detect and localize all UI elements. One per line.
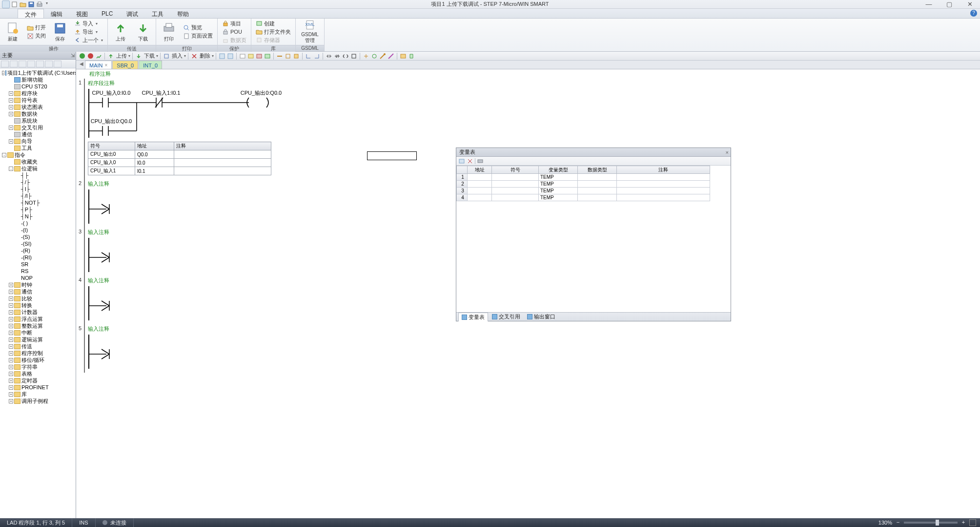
tb-btn-15[interactable] xyxy=(387,52,395,60)
tb-btn-10[interactable] xyxy=(305,52,312,60)
tree-tb-7[interactable] xyxy=(54,61,61,67)
run-icon[interactable] xyxy=(78,52,86,60)
tree-item[interactable]: -(RI) xyxy=(0,254,76,261)
tree-item[interactable]: +表格 xyxy=(0,370,76,377)
ribbon-new-button[interactable]: 新建 xyxy=(3,20,22,44)
qat-dropdown-icon[interactable]: ▾ xyxy=(44,1,49,8)
tb-box-icon[interactable] xyxy=(350,52,358,60)
ribbon-gsdml-button[interactable]: XML GSDML 管理 xyxy=(299,20,321,44)
ribbon-preview-button[interactable]: 预览 xyxy=(182,24,214,32)
tree-item[interactable]: -(S) xyxy=(0,233,76,240)
menu-工具[interactable]: 工具 xyxy=(145,9,170,18)
ribbon-import-button[interactable]: 导入▾ xyxy=(73,20,104,27)
tree-item[interactable]: +PROFINET xyxy=(0,384,76,391)
close-icon[interactable]: × xyxy=(726,149,729,155)
tree-item[interactable]: +调用子例程 xyxy=(0,398,76,404)
tb-btn-14[interactable] xyxy=(379,52,387,60)
qat-print-icon[interactable] xyxy=(36,1,43,8)
tree-item[interactable]: +符号表 xyxy=(0,97,76,104)
tree-item[interactable]: +计数器 xyxy=(0,309,76,316)
tree-tb-6[interactable] xyxy=(45,61,53,67)
tb-btn-2[interactable] xyxy=(226,52,234,60)
ribbon-create-button[interactable]: 创建 xyxy=(254,20,292,27)
project-tree[interactable]: -项目1上传下载调试 (C:\Users\ 新增功能CPU ST20+程序块+符… xyxy=(0,68,76,518)
tb-btn-4[interactable] xyxy=(247,52,255,60)
tree-item[interactable]: +通信 xyxy=(0,288,76,295)
qat-open-icon[interactable] xyxy=(20,1,26,8)
menu-PLC[interactable]: PLC xyxy=(95,9,120,18)
tree-tb-2[interactable] xyxy=(10,61,18,67)
tree-tb-3[interactable] xyxy=(19,61,26,67)
tree-item[interactable]: 系统块 xyxy=(0,117,76,124)
close-button[interactable]: ✕ xyxy=(960,0,980,9)
tree-item[interactable]: +状态图表 xyxy=(0,104,76,110)
tree-item[interactable]: 工具 xyxy=(0,145,76,151)
tab-MAIN[interactable]: MAIN× xyxy=(85,61,112,69)
tree-item[interactable]: -(SI) xyxy=(0,240,76,247)
tree-item[interactable]: +浮点运算 xyxy=(0,316,76,322)
ribbon-upload-button[interactable]: 上传 xyxy=(111,20,130,44)
tree-item[interactable]: -( ) xyxy=(0,220,76,227)
tb-btn-9[interactable] xyxy=(292,52,300,60)
tb-btn-7[interactable] xyxy=(276,52,284,60)
ribbon-prev-button[interactable]: 上一个▾ xyxy=(73,36,104,44)
network-comment[interactable]: 输入注释 xyxy=(88,325,977,333)
tree-item[interactable]: ┤I├ xyxy=(0,186,76,192)
help-icon[interactable]: ? xyxy=(970,10,977,17)
tree-item[interactable]: +时钟 xyxy=(0,281,76,288)
tb-btn-6[interactable] xyxy=(264,52,271,60)
ribbon-export-button[interactable]: 导出▾ xyxy=(73,28,104,36)
tree-item[interactable]: +字符串 xyxy=(0,363,76,370)
tree-item[interactable]: -指令 xyxy=(0,151,76,158)
vp-tb-3[interactable] xyxy=(477,158,484,165)
tree-item[interactable]: +交叉引用 xyxy=(0,124,76,131)
tb-btn-12[interactable] xyxy=(362,52,370,60)
varpanel-tab-1[interactable]: 交叉引用 xyxy=(489,313,523,321)
ladder-rung-empty[interactable] xyxy=(88,190,127,224)
tree-item[interactable]: +整数运算 xyxy=(0,322,76,329)
tree-item[interactable]: +程序控制 xyxy=(0,350,76,357)
ladder-rung-empty[interactable] xyxy=(88,238,127,272)
tb-btn-3[interactable] xyxy=(239,52,246,60)
minimize-button[interactable]: — xyxy=(919,0,939,9)
tree-item[interactable]: ┤N├ xyxy=(0,213,76,220)
qat-new-icon[interactable] xyxy=(11,1,18,8)
tree-item[interactable]: NOP xyxy=(0,274,76,281)
tree-item[interactable]: ┤/I├ xyxy=(0,192,76,199)
ladder-rung[interactable]: CPU_输入0:I0.0 CPU_输出0:Q0.0 CPU_输入1:I0.1 C… xyxy=(88,89,381,138)
tab-SBR_0[interactable]: SBR_0 xyxy=(112,61,138,69)
tb-coil-icon[interactable] xyxy=(342,52,349,60)
tree-item[interactable]: -(R) xyxy=(0,247,76,254)
network-comment[interactable]: 程序段注释 xyxy=(88,80,977,87)
tree-item[interactable]: +逻辑运算 xyxy=(0,336,76,343)
tab-prev-icon[interactable]: ◀ xyxy=(78,61,85,69)
ribbon-datapage-button[interactable]: 数据页 xyxy=(221,36,248,44)
tree-item[interactable]: CPU ST20 xyxy=(0,83,76,90)
zoom-slider[interactable] xyxy=(904,522,958,524)
tree-item[interactable]: +移位/循环 xyxy=(0,357,76,363)
tb-btn-1[interactable] xyxy=(218,52,226,60)
tree-item[interactable]: +定时器 xyxy=(0,377,76,384)
tree-item[interactable]: +程序块 xyxy=(0,90,76,97)
tb-contact-nc-icon[interactable] xyxy=(333,52,341,60)
tree-item[interactable]: +向导 xyxy=(0,138,76,145)
upload-label[interactable]: 上传 xyxy=(115,52,128,60)
tree-item[interactable]: +中断 xyxy=(0,329,76,336)
tree-item[interactable]: RS xyxy=(0,268,76,274)
insert-icon[interactable] xyxy=(163,52,170,60)
menu-编辑[interactable]: 编辑 xyxy=(44,9,69,18)
tree-item[interactable]: 通信 xyxy=(0,131,76,138)
download-small-icon[interactable] xyxy=(135,52,143,60)
compile-icon[interactable] xyxy=(95,52,102,60)
tree-item[interactable]: -位逻辑 xyxy=(0,165,76,172)
variable-table[interactable]: 地址符号变量类型数据类型注释 1TEMP2TEMP3TEMP4TEMP xyxy=(456,166,710,201)
ladder-rung-empty[interactable] xyxy=(88,335,127,369)
menu-帮助[interactable]: 帮助 xyxy=(170,9,196,18)
ribbon-open-button[interactable]: 打开 xyxy=(25,24,47,32)
varpanel-tab-2[interactable]: 输出窗口 xyxy=(524,313,558,321)
download-label[interactable]: 下载 xyxy=(143,52,156,60)
qat-save-icon[interactable] xyxy=(28,1,35,8)
variable-panel-header[interactable]: 变量表× xyxy=(456,148,731,157)
ribbon-close-button[interactable]: 关闭 xyxy=(25,32,47,40)
network-symbol-table[interactable]: 符号地址注释CPU_输出0Q0.0CPU_输入0I0.0CPU_输入1I0.1 xyxy=(88,142,271,175)
